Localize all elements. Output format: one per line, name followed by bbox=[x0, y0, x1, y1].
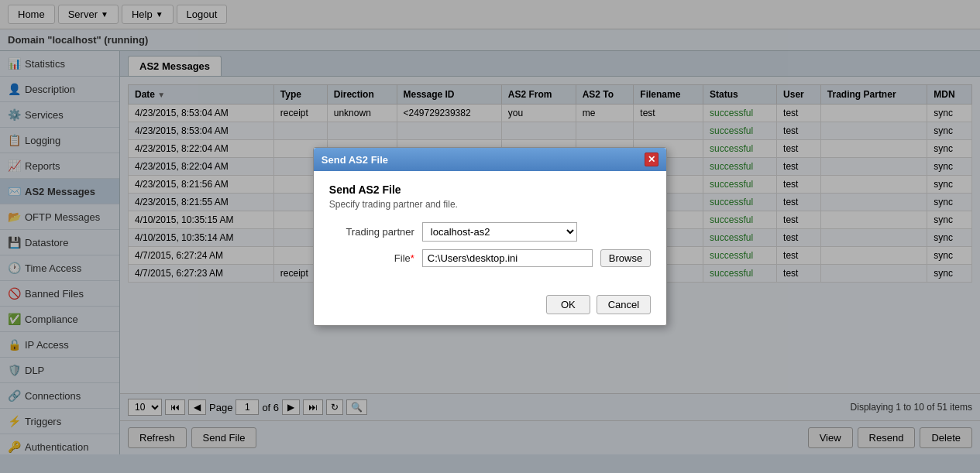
modal-body-title: Send AS2 File bbox=[329, 183, 651, 196]
file-required-indicator: * bbox=[411, 252, 414, 264]
trading-partner-select[interactable]: localhost-as2 bbox=[422, 222, 577, 242]
modal-body: Send AS2 File Specify trading partner an… bbox=[314, 171, 666, 287]
modal-header: Send AS2 File ✕ bbox=[314, 148, 666, 171]
file-label: File* bbox=[329, 252, 414, 264]
modal-close-button[interactable]: ✕ bbox=[645, 153, 658, 166]
browse-button[interactable]: Browse bbox=[600, 249, 651, 267]
file-input[interactable] bbox=[422, 249, 593, 267]
trading-partner-row: Trading partner localhost-as2 bbox=[329, 222, 651, 242]
modal-title: Send AS2 File bbox=[322, 154, 388, 166]
file-row: File* Browse bbox=[329, 249, 651, 267]
modal-ok-button[interactable]: OK bbox=[546, 295, 590, 314]
send-as2-file-modal: Send AS2 File ✕ Send AS2 File Specify tr… bbox=[313, 147, 667, 326]
modal-footer: OK Cancel bbox=[314, 287, 666, 325]
modal-cancel-button[interactable]: Cancel bbox=[597, 295, 651, 314]
modal-body-subtitle: Specify trading partner and file. bbox=[329, 199, 651, 210]
modal-overlay: Send AS2 File ✕ Send AS2 File Specify tr… bbox=[0, 0, 980, 454]
trading-partner-label: Trading partner bbox=[329, 226, 414, 238]
